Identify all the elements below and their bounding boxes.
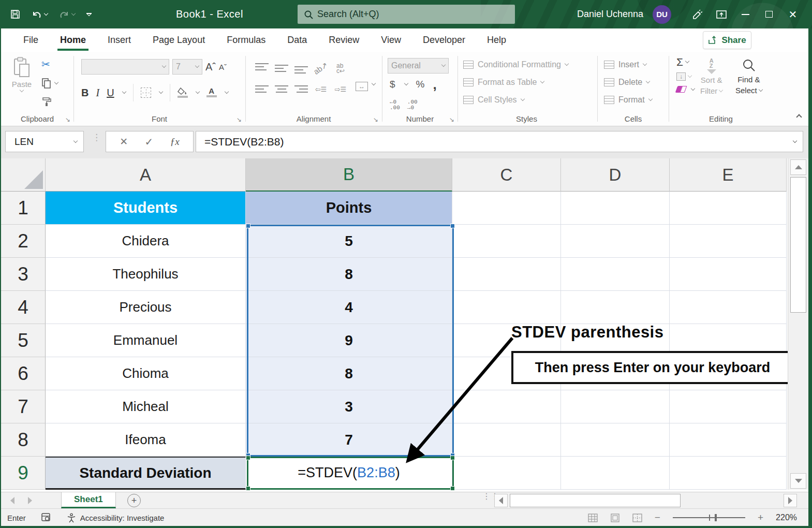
zoom-level[interactable]: 220% — [776, 513, 797, 522]
previous-sheet-icon[interactable] — [10, 497, 14, 504]
column-header-e[interactable]: E — [670, 158, 787, 192]
macro-record-icon[interactable] — [41, 513, 51, 522]
cell-d9[interactable] — [561, 457, 670, 490]
vertical-scroll-thumb[interactable] — [790, 177, 806, 313]
zoom-slider[interactable] — [673, 517, 745, 518]
row-header-9[interactable]: 9 — [1, 457, 46, 490]
borders-dropdown-icon[interactable] — [158, 90, 163, 94]
cell-e1[interactable] — [670, 192, 787, 225]
fill-color-dropdown-icon[interactable] — [195, 90, 199, 94]
normal-view-icon[interactable] — [588, 514, 598, 522]
cell-c4[interactable] — [452, 291, 561, 324]
name-box[interactable]: LEN — [5, 131, 84, 152]
font-color-dropdown-icon[interactable] — [224, 90, 228, 94]
align-bottom-icon[interactable] — [294, 63, 308, 74]
orientation-icon[interactable]: ab↗ — [312, 60, 330, 77]
alignment-dialog-launcher-icon[interactable]: ↘ — [373, 116, 378, 123]
select-all-corner[interactable] — [1, 158, 46, 192]
underline-dropdown-icon[interactable] — [122, 90, 126, 94]
page-layout-view-icon[interactable] — [610, 514, 620, 522]
maximize-button[interactable] — [757, 0, 781, 28]
user-name[interactable]: Daniel Uchenna — [577, 9, 643, 20]
tab-file[interactable]: File — [12, 28, 49, 52]
tab-review[interactable]: Review — [318, 28, 370, 52]
italic-button[interactable]: I — [96, 87, 99, 99]
format-painter-button[interactable] — [41, 96, 52, 107]
cell-c8[interactable] — [452, 423, 561, 457]
format-cells-button[interactable]: Format — [604, 91, 652, 109]
zoom-slider-thumb[interactable] — [715, 514, 717, 521]
ribbon-display-options-icon[interactable] — [710, 0, 733, 28]
copy-button[interactable] — [41, 78, 58, 89]
tab-page-layout[interactable]: Page Layout — [142, 28, 216, 52]
cell-e7[interactable] — [670, 390, 787, 423]
clear-button[interactable] — [676, 86, 695, 93]
confirm-entry-icon[interactable]: ✓ — [145, 136, 154, 148]
page-break-view-icon[interactable] — [632, 514, 642, 522]
insert-cells-button[interactable]: Insert — [604, 56, 652, 74]
percent-style-icon[interactable]: % — [416, 79, 425, 90]
tab-home[interactable]: Home — [49, 28, 97, 52]
tab-insert[interactable]: Insert — [97, 28, 142, 52]
cell-a1[interactable]: Students — [46, 192, 246, 225]
cell-e2[interactable] — [670, 225, 787, 258]
cell-d4[interactable] — [561, 291, 670, 324]
formula-bar-resize-handle[interactable]: ⋮ — [92, 136, 101, 140]
row-header-6[interactable]: 6 — [1, 357, 46, 390]
cell-c9[interactable] — [452, 457, 561, 490]
cell-d3[interactable] — [561, 258, 670, 291]
tab-developer[interactable]: Developer — [412, 28, 476, 52]
accessibility-status[interactable]: Accessibility: Investigate — [67, 513, 165, 523]
horizontal-scroll-thumb[interactable] — [510, 494, 681, 507]
minimize-button[interactable] — [733, 0, 757, 28]
undo-button[interactable] — [32, 10, 48, 19]
number-dialog-launcher-icon[interactable]: ↘ — [449, 116, 454, 123]
increase-font-size-icon[interactable]: Aˆ — [205, 61, 216, 73]
column-header-b[interactable]: B — [246, 158, 452, 192]
cell-c1[interactable] — [452, 192, 561, 225]
cell-a9[interactable]: Standard Deviation — [46, 457, 246, 490]
row-header-7[interactable]: 7 — [1, 390, 46, 423]
cell-a8[interactable]: Ifeoma — [46, 423, 246, 457]
cell-e9[interactable] — [670, 457, 787, 490]
cell-e8[interactable] — [670, 423, 787, 457]
row-header-3[interactable]: 3 — [1, 258, 46, 291]
zoom-out-icon[interactable]: − — [655, 512, 660, 523]
scroll-up-icon[interactable] — [790, 159, 806, 175]
row-header-4[interactable]: 4 — [1, 291, 46, 324]
accounting-dropdown-icon[interactable] — [404, 81, 408, 85]
share-button[interactable]: Share — [703, 31, 751, 49]
horizontal-scrollbar[interactable] — [494, 494, 797, 507]
cell-b9-active[interactable]: =STDEV(B2:B8) — [246, 457, 452, 490]
cell-d8[interactable] — [561, 423, 670, 457]
formula-input[interactable]: =STDEV(B2:B8) — [196, 131, 803, 152]
cell-b5[interactable]: 9 — [246, 324, 452, 357]
cell-b4[interactable]: 4 — [246, 291, 452, 324]
increase-indent-icon[interactable]: ⇨☰ — [335, 85, 347, 93]
cell-b7[interactable]: 3 — [246, 390, 452, 423]
column-header-a[interactable]: A — [46, 158, 246, 192]
tab-help[interactable]: Help — [476, 28, 517, 52]
scroll-left-icon[interactable] — [494, 494, 508, 507]
underline-button[interactable]: U — [107, 87, 114, 99]
expand-formula-bar-icon[interactable] — [793, 138, 797, 142]
cell-b2[interactable]: 5 — [246, 225, 452, 258]
cell-a7[interactable]: Micheal — [46, 390, 246, 423]
name-box-dropdown-icon[interactable] — [73, 138, 78, 142]
vertical-scrollbar[interactable] — [788, 158, 808, 490]
borders-icon[interactable] — [141, 87, 151, 98]
cell-b6[interactable]: 8 — [246, 357, 452, 390]
align-middle-icon[interactable] — [275, 63, 288, 74]
column-header-d[interactable]: D — [561, 158, 670, 192]
cell-d7[interactable] — [561, 390, 670, 423]
align-left-icon[interactable] — [255, 85, 269, 93]
tab-view[interactable]: View — [370, 28, 412, 52]
row-header-2[interactable]: 2 — [1, 225, 46, 258]
cell-e3[interactable] — [670, 258, 787, 291]
find-select-button[interactable]: Find & Select — [735, 58, 762, 95]
tab-data[interactable]: Data — [276, 28, 318, 52]
insert-function-icon[interactable]: ƒx — [170, 136, 180, 148]
cell-a2[interactable]: Chidera — [46, 225, 246, 258]
number-format-combo[interactable]: General — [388, 58, 449, 74]
font-dialog-launcher-icon[interactable]: ↘ — [237, 116, 242, 123]
